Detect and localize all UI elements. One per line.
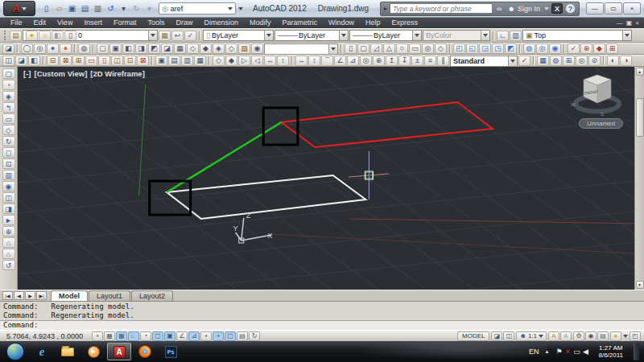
taskbar-ie-button[interactable]: e <box>30 343 54 360</box>
menu-help[interactable]: Help <box>360 18 386 28</box>
cylinder-icon[interactable]: ▭ <box>409 43 421 54</box>
open-icon[interactable]: ▱ <box>53 3 65 14</box>
extrude-icon[interactable]: ◰ <box>453 43 465 54</box>
visual-style-2d-wireframe-icon[interactable]: ◯ <box>21 43 33 54</box>
3d-rotate-icon[interactable]: ⊕ <box>580 43 592 54</box>
taskbar-firefox-button[interactable] <box>133 343 157 360</box>
object-snap-toggle[interactable]: ▢ <box>152 331 163 341</box>
scroll-down-icon[interactable]: ▼ <box>636 281 644 289</box>
action-center-flag-icon[interactable]: ⚑ <box>555 348 563 356</box>
block-editor-icon[interactable]: ◫ <box>111 56 123 66</box>
view-control-combo[interactable]: ▣ Top <box>522 30 632 41</box>
layer-on-bulb-icon[interactable]: ● <box>26 31 38 41</box>
menu-insert[interactable]: Insert <box>78 18 108 28</box>
edit-block-icon[interactable]: ⊡ <box>124 56 136 66</box>
subtract-icon[interactable]: ◎ <box>536 43 548 54</box>
sphere-icon[interactable]: ○ <box>396 43 408 54</box>
3d-object-snap-toggle[interactable]: ▣ <box>164 331 175 341</box>
sign-in-button[interactable]: ☻ Sign In <box>506 5 542 13</box>
status-menu-arrow-icon[interactable] <box>623 335 628 340</box>
doc-close-button[interactable]: × <box>635 18 639 28</box>
dynamic-input-toggle[interactable]: + <box>200 331 212 341</box>
table-icon[interactable]: ▦ <box>537 56 549 66</box>
menu-window[interactable]: Window <box>323 18 360 28</box>
animation-tool-icon[interactable]: ◫ <box>2 192 15 203</box>
polar-tracking-toggle[interactable]: ◔ <box>140 331 151 341</box>
lineweight-toggle[interactable]: + <box>213 331 224 341</box>
view-ne-isometric-icon[interactable]: ◈ <box>213 43 225 54</box>
named-views-icon[interactable]: ◉ <box>251 43 263 54</box>
view-iso-icon[interactable]: ▦ <box>174 43 186 54</box>
center-mark-icon[interactable]: ⊕ <box>373 56 385 66</box>
doc-minimize-button[interactable]: — <box>617 18 623 28</box>
diameter-dimension-icon[interactable]: ◎ <box>360 56 372 66</box>
viewport-minimize-control[interactable]: [-] <box>23 69 31 78</box>
start-button[interactable] <box>6 343 24 360</box>
undo-icon[interactable]: ↺ <box>105 3 117 14</box>
named-view-combo-arrow-icon[interactable] <box>328 44 337 54</box>
qat-customize-icon[interactable] <box>238 7 243 13</box>
plot-icon[interactable]: ▥ <box>92 3 104 14</box>
tab-layout1[interactable]: Layout1 <box>89 290 130 301</box>
free-orbit-tool-icon[interactable]: ◔ <box>2 80 15 90</box>
color-combo-arrow-icon[interactable] <box>264 31 273 40</box>
interference-icon[interactable]: ◧ <box>28 56 40 66</box>
application-menu-button[interactable]: A <box>3 1 35 16</box>
aligned-dimension-icon[interactable]: ↕ <box>308 56 320 66</box>
3d-array-icon[interactable]: ⊞ <box>606 43 618 54</box>
walk-tool-icon[interactable]: ▥ <box>2 170 15 180</box>
viewport-view-control[interactable]: [Custom View] <box>35 69 88 78</box>
view-front-icon[interactable]: ◩ <box>148 43 160 54</box>
box-icon[interactable]: ▢ <box>357 43 369 54</box>
menu-dimension[interactable]: Dimension <box>198 18 244 28</box>
menu-modify[interactable]: Modify <box>244 18 277 28</box>
intersect-icon[interactable]: ◉ <box>549 43 561 54</box>
search-icon[interactable]: ∞ <box>495 5 503 13</box>
view-se-isometric-icon[interactable]: ◆ <box>200 43 212 54</box>
named-view-combo[interactable] <box>264 43 338 55</box>
drawing-canvas[interactable]: ZYX [-] [Custom View] [2D Wireframe] FRO… <box>18 67 634 290</box>
view-right-icon[interactable]: ◨ <box>135 43 147 54</box>
view-left-icon[interactable]: ◧ <box>122 43 134 54</box>
union-icon[interactable]: ◍ <box>523 43 535 54</box>
visual-style-realistic-icon[interactable]: ● <box>60 43 72 54</box>
open-reference-icon[interactable]: ⊠ <box>60 56 72 66</box>
view-back-icon[interactable]: ◪ <box>161 43 173 54</box>
viewcube-view-pill[interactable]: Unnamed <box>579 118 623 129</box>
attach-xref-icon[interactable]: ▣ <box>155 56 167 66</box>
save-as-icon[interactable]: ▤ <box>79 3 91 14</box>
radius-dimension-icon[interactable]: ⊿ <box>347 56 359 66</box>
sign-in-dropdown-icon[interactable] <box>544 7 549 13</box>
vertical-scrollbar[interactable]: ▲ ▼ <box>634 67 644 290</box>
menu-view[interactable]: View <box>52 18 78 28</box>
problem-status-icon[interactable]: × <box>564 348 572 356</box>
lineweight-control-combo[interactable]: ——— ByLayer <box>349 30 422 41</box>
angular-dimension-icon[interactable]: ∠ <box>334 56 346 66</box>
create-camera-icon[interactable]: ▧ <box>238 43 250 54</box>
menu-format[interactable]: Format <box>108 18 142 28</box>
network-icon[interactable]: ▭ <box>572 348 580 356</box>
snap-mode-toggle[interactable]: ▦ <box>104 331 115 341</box>
visual-style-wireframe-icon[interactable]: ◎ <box>34 43 46 54</box>
close-button[interactable]: × <box>623 2 641 14</box>
render-region-icon[interactable]: ◑ <box>620 56 632 66</box>
linear-dimension-icon[interactable]: ↔ <box>295 56 308 66</box>
clip-image-icon[interactable]: ▦ <box>194 56 206 66</box>
linetype-combo-arrow-icon[interactable] <box>339 31 348 40</box>
coordinate-readout[interactable]: 5.7064, 4.9243 , 0.0000 <box>3 332 90 340</box>
scroll-up-icon[interactable]: ▲ <box>636 68 644 76</box>
redo-dropdown-icon[interactable]: ▾ <box>143 3 155 14</box>
baseline-dimension-icon[interactable]: ↥ <box>386 56 398 66</box>
view-bottom-icon[interactable]: ▣ <box>109 43 122 54</box>
annotation-visibility-icon[interactable]: A <box>548 331 559 341</box>
3d-align-icon[interactable]: ◆ <box>593 43 605 54</box>
named-view-home-icon[interactable]: ⌂ <box>2 237 15 248</box>
table-cell-style-icon[interactable]: ◍ <box>550 56 562 66</box>
volume-icon[interactable]: ◀ <box>581 348 589 356</box>
visual-style-conceptual-icon[interactable]: ● <box>47 43 59 54</box>
edit-reference-icon[interactable]: ⊟ <box>47 56 59 66</box>
help-button[interactable]: ? <box>565 3 576 14</box>
minimize-button[interactable]: — <box>586 2 604 14</box>
qsave-icon[interactable]: ▣ <box>66 3 78 14</box>
isolate-objects-icon[interactable]: ● <box>610 331 621 341</box>
